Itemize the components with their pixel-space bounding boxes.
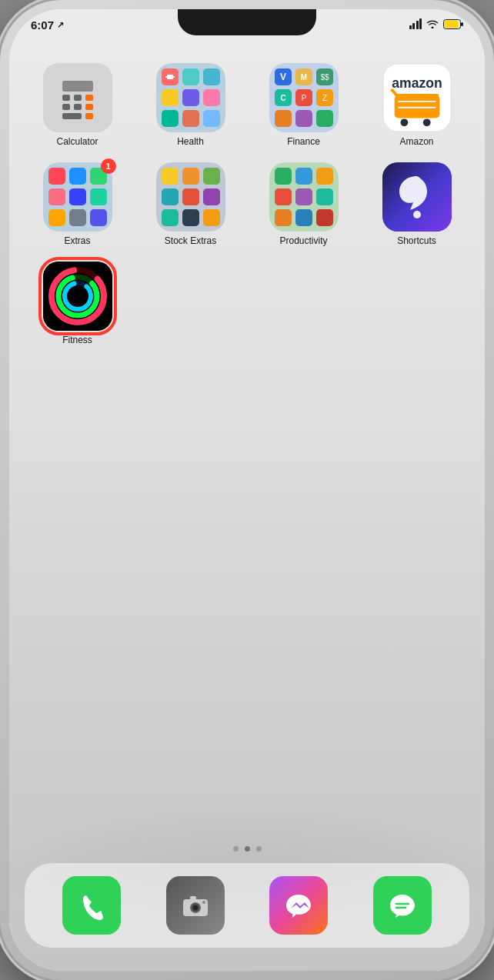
svg-point-82 (52, 270, 104, 322)
svg-rect-74 (295, 188, 312, 205)
svg-rect-77 (295, 209, 312, 226)
svg-rect-60 (162, 168, 179, 185)
svg-rect-75 (316, 188, 333, 205)
dock-messages[interactable] (373, 876, 432, 935)
svg-point-80 (413, 211, 421, 218)
amazon-label: Amazon (399, 136, 433, 147)
svg-rect-66 (162, 209, 179, 226)
svg-text:M: M (300, 73, 306, 82)
calculator-label: Calculator (56, 136, 98, 147)
svg-rect-54 (69, 188, 86, 205)
svg-rect-73 (275, 188, 292, 205)
svg-rect-1 (461, 22, 463, 26)
page-dot-2 (245, 846, 250, 852)
productivity-icon (269, 162, 339, 232)
dock-messenger[interactable] (269, 876, 328, 935)
svg-rect-81 (43, 262, 112, 331)
shortcuts-icon (382, 162, 452, 232)
productivity-label: Productivity (279, 235, 327, 246)
app-grid: Calculator (9, 55, 485, 353)
svg-rect-22 (182, 110, 199, 127)
svg-rect-71 (295, 168, 312, 185)
svg-rect-63 (162, 188, 179, 205)
dock-phone[interactable] (62, 876, 121, 935)
svg-text:V: V (279, 72, 285, 82)
svg-point-85 (58, 277, 97, 315)
svg-rect-53 (48, 188, 65, 205)
phone-icon (75, 889, 108, 922)
page-dot-3 (256, 846, 262, 852)
phone-frame: 6:07 ↗ (0, 0, 494, 980)
app-fitness[interactable]: Fitness (25, 262, 130, 345)
svg-rect-39 (275, 110, 292, 127)
svg-rect-17 (203, 68, 220, 85)
amazon-icon: amazon (382, 63, 452, 132)
location-icon: ↗ (57, 20, 64, 30)
svg-point-87 (65, 283, 91, 309)
svg-rect-11 (85, 104, 93, 110)
fitness-label: Fitness (62, 335, 92, 345)
app-calculator[interactable]: Calculator (25, 63, 130, 147)
page-dot-1 (233, 846, 239, 852)
page-dots (9, 846, 485, 852)
svg-rect-76 (275, 209, 292, 226)
health-label: Health (177, 136, 204, 147)
fitness-icon (43, 262, 112, 331)
stock-extras-label: Stock Extras (165, 235, 216, 246)
svg-rect-21 (162, 110, 179, 127)
app-stock-extras[interactable]: Stock Extras (138, 162, 243, 246)
svg-text:⚡: ⚡ (447, 21, 455, 28)
svg-point-86 (65, 283, 91, 309)
svg-rect-19 (182, 89, 199, 106)
dock-camera[interactable] (166, 876, 225, 935)
svg-rect-62 (203, 168, 220, 185)
svg-text:Z: Z (322, 94, 326, 102)
signal-icon (409, 18, 422, 29)
shortcuts-label: Shortcuts (397, 235, 436, 246)
messages-icon (386, 888, 419, 922)
camera-icon (179, 888, 212, 922)
svg-rect-70 (275, 168, 292, 185)
status-time: 6:07 ↗ (31, 18, 64, 32)
svg-rect-40 (295, 110, 312, 127)
svg-point-46 (422, 118, 430, 126)
svg-rect-16 (182, 68, 199, 85)
svg-rect-8 (85, 95, 93, 101)
svg-rect-65 (203, 188, 220, 205)
battery-icon: ⚡ (443, 19, 463, 29)
svg-rect-72 (316, 168, 333, 185)
svg-rect-78 (316, 209, 333, 226)
svg-rect-50 (48, 168, 65, 185)
svg-rect-55 (90, 188, 107, 205)
time-display: 6:07 (31, 18, 54, 32)
messenger-icon (282, 888, 315, 922)
status-icons: ⚡ (409, 18, 464, 29)
health-icon (156, 63, 225, 132)
svg-rect-57 (69, 209, 86, 226)
finance-label: Finance (287, 136, 320, 147)
notch (178, 9, 316, 35)
svg-rect-13 (85, 113, 93, 119)
svg-point-83 (52, 270, 104, 322)
screen: 6:07 ↗ (9, 9, 485, 971)
svg-point-91 (193, 905, 198, 910)
app-health[interactable]: Health (138, 63, 243, 147)
extras-icon (43, 162, 112, 232)
svg-rect-20 (203, 89, 220, 106)
extras-badge: 1 (101, 158, 116, 174)
app-productivity[interactable]: Productivity (251, 162, 356, 246)
app-shortcuts[interactable]: Shortcuts (364, 162, 469, 246)
dock (25, 863, 469, 948)
app-finance[interactable]: V M $$ C P Z (251, 63, 356, 147)
app-amazon[interactable]: amazon (364, 63, 469, 147)
svg-text:P: P (301, 94, 306, 102)
stock-extras-icon (156, 162, 225, 232)
app-extras[interactable]: 1 (25, 162, 130, 246)
svg-text:amazon: amazon (392, 75, 442, 91)
svg-rect-12 (62, 113, 82, 119)
svg-point-93 (202, 901, 205, 904)
svg-rect-61 (182, 168, 199, 185)
svg-text:$$: $$ (320, 73, 329, 82)
svg-rect-18 (162, 89, 179, 106)
svg-point-84 (58, 277, 97, 315)
